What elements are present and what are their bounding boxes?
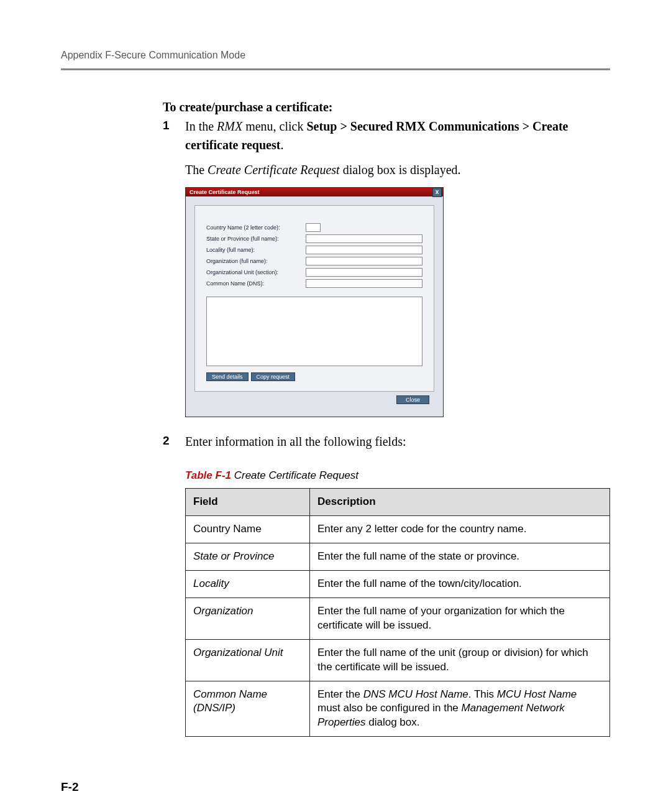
cell-field: State or Province (186, 543, 310, 570)
table-caption: Table F-1 Create Certificate Request (185, 469, 610, 482)
table-header-row: Field Description (186, 489, 610, 516)
input-country[interactable] (306, 223, 321, 232)
col-field: Field (186, 489, 310, 516)
caption-text: Create Certificate Request (231, 469, 358, 481)
fields-table: Field Description Country Name Enter any… (185, 488, 610, 737)
page: Appendix F-Secure Communication Mode To … (0, 0, 671, 812)
form-row-country: Country Name (2 letter code): (206, 223, 422, 232)
table-row: Organization Enter the full name of your… (186, 597, 610, 639)
copy-request-button[interactable]: Copy request (251, 372, 296, 381)
step-2: 2 Enter information in all the following… (163, 432, 610, 451)
text-italic: DNS MCU Host Name (363, 688, 468, 700)
rmx-italic: RMX (217, 119, 242, 133)
dialog-title-text: Create Certificate Request (189, 189, 260, 195)
text: must also be configured in the (317, 702, 462, 714)
caption-number: Table F-1 (185, 469, 231, 481)
cell-desc: Enter the full name of the town/city/loc… (310, 570, 610, 597)
input-org[interactable] (306, 257, 422, 265)
step-body: Enter information in all the following f… (185, 432, 610, 451)
cell-field: Organizational Unit (186, 639, 310, 681)
content-block: To create/purchase a certificate: 1 In t… (163, 100, 610, 737)
input-orgunit[interactable] (306, 268, 422, 277)
input-locality[interactable] (306, 246, 422, 254)
text: dialog box is displayed. (340, 163, 461, 177)
header-rule (61, 68, 610, 70)
certificate-dialog: Create Certificate Request x Country Nam… (185, 187, 444, 417)
close-button[interactable]: Close (396, 395, 429, 404)
text: The (185, 163, 208, 177)
step-number: 1 (163, 117, 185, 154)
input-cn[interactable] (306, 279, 422, 288)
label-state: State or Province (full name): (206, 236, 306, 242)
form-row-state: State or Province (full name): (206, 234, 422, 243)
page-number: F-2 (61, 780, 610, 794)
cell-field: Locality (186, 570, 310, 597)
cell-desc: Enter the full name of your organization… (310, 597, 610, 639)
form-row-cn: Common Name (DNS): (206, 279, 422, 288)
col-description: Description (310, 489, 610, 516)
close-icon[interactable]: x (432, 188, 442, 197)
step-1-followup: The Create Certificate Request dialog bo… (185, 163, 610, 177)
cell-desc: Enter the full name of the unit (group o… (310, 639, 610, 681)
step-body: In the RMX menu, click Setup > Secured R… (185, 117, 610, 154)
dialog-button-row: Send details Copy request (206, 372, 422, 381)
table-row: State or Province Enter the full name of… (186, 543, 610, 570)
section-heading: To create/purchase a certificate: (163, 100, 610, 114)
label-country: Country Name (2 letter code): (206, 224, 306, 231)
label-locality: Locality (full name): (206, 247, 306, 253)
request-output-box[interactable] (206, 297, 422, 366)
cell-desc: Enter the DNS MCU Host Name. This MCU Ho… (310, 681, 610, 737)
cell-field: Organization (186, 597, 310, 639)
step-1: 1 In the RMX menu, click Setup > Secured… (163, 117, 610, 154)
cell-desc: Enter any 2 letter code for the country … (310, 515, 610, 543)
text-italic: MCU Host Name (497, 688, 577, 700)
dialog-name-italic: Create Certificate Request (208, 163, 340, 177)
text: menu, click (242, 119, 306, 133)
cell-field: Common Name (DNS/IP) (186, 681, 310, 737)
table-row: Locality Enter the full name of the town… (186, 570, 610, 597)
label-orgunit: Organizational Unit (section): (206, 269, 306, 275)
text: In the (185, 119, 217, 133)
running-header: Appendix F-Secure Communication Mode (61, 50, 610, 61)
text: Enter the (317, 688, 363, 700)
label-org: Organization (full name): (206, 258, 306, 264)
form-row-org: Organization (full name): (206, 257, 422, 265)
send-details-button[interactable]: Send details (206, 372, 249, 381)
step-number: 2 (163, 432, 185, 451)
dialog-panel: Country Name (2 letter code): State or P… (194, 205, 434, 392)
text: . (280, 138, 283, 152)
dialog-titlebar: Create Certificate Request x (186, 188, 443, 196)
dialog-footer: Close (194, 395, 434, 408)
text: . This (468, 688, 497, 700)
form-row-orgunit: Organizational Unit (section): (206, 268, 422, 277)
dialog-body: Country Name (2 letter code): State or P… (186, 196, 443, 417)
label-cn: Common Name (DNS): (206, 280, 306, 287)
table-row: Common Name (DNS/IP) Enter the DNS MCU H… (186, 681, 610, 737)
text: dialog box. (365, 716, 419, 728)
table-row: Country Name Enter any 2 letter code for… (186, 515, 610, 543)
cell-desc: Enter the full name of the state or prov… (310, 543, 610, 570)
input-state[interactable] (306, 234, 422, 243)
table-row: Organizational Unit Enter the full name … (186, 639, 610, 681)
form-row-locality: Locality (full name): (206, 246, 422, 254)
cell-field: Country Name (186, 515, 310, 543)
